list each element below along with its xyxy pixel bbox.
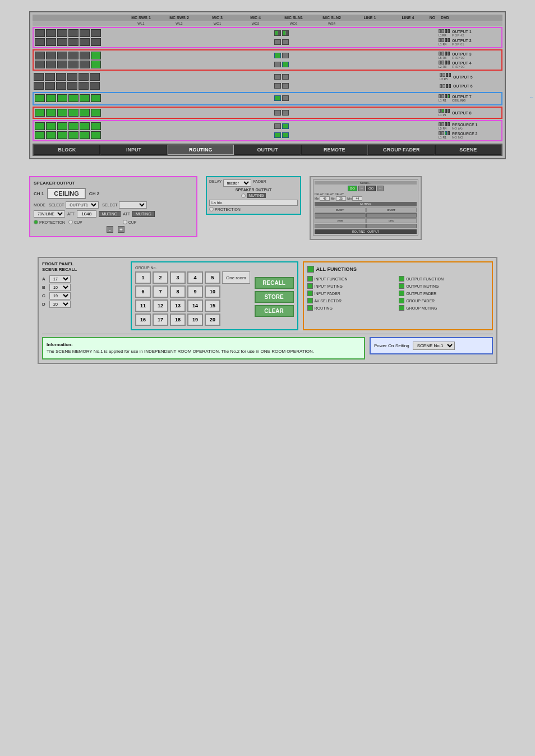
matrix-cell[interactable] [91,52,101,59]
matrix-cell[interactable] [90,82,100,90]
nav-output[interactable]: OUTPUT [234,145,301,155]
matrix-cell[interactable] [35,61,45,68]
matrix-cell[interactable] [46,29,56,37]
scene-btn-11[interactable]: 11 [135,299,151,312]
matrix-cell[interactable] [68,29,79,37]
matrix-cell[interactable] [57,38,67,46]
scene-btn-9[interactable]: 9 [187,285,203,298]
matrix-cell[interactable] [35,94,45,102]
matrix-cell[interactable] [45,73,55,81]
group-c-select[interactable]: 19 [49,292,71,299]
matrix-cell[interactable] [46,131,56,139]
matrix-cell[interactable] [46,122,56,130]
setup-ctrl-btn[interactable]: -- [358,186,365,191]
output-select[interactable]: OUTPUT1 [66,201,99,209]
voltage-select[interactable]: 70V/LINE [34,210,65,218]
matrix-cell[interactable] [67,82,77,90]
fn-checkbox-6[interactable] [399,291,404,296]
muting-btn-2[interactable]: MUTING [132,211,155,217]
clear-btn[interactable]: CLEAR [255,305,294,317]
scene-btn-13[interactable]: 13 [170,299,186,312]
scene-btn-12[interactable]: 12 [153,299,168,312]
fn-checkbox-9[interactable] [307,305,313,311]
matrix-cell[interactable] [35,38,45,46]
nav-input[interactable]: INPUT [100,145,167,155]
matrix-cell[interactable] [46,38,56,46]
group-a-select[interactable]: 17 [49,275,71,283]
matrix-cell[interactable] [91,94,101,102]
nav-routing[interactable]: ROUTING [168,145,234,155]
nav-scene[interactable]: SCENE [435,145,501,155]
scene-btn-5[interactable]: 5 [205,271,220,284]
matrix-cell[interactable] [80,29,90,37]
scene-btn-7[interactable]: 7 [153,285,168,298]
matrix-cell[interactable] [80,109,90,117]
minus-btn[interactable]: - [107,226,113,233]
plus-btn[interactable]: + [118,226,124,233]
matrix-cell[interactable] [91,29,101,37]
matrix-cell[interactable] [68,94,79,102]
matrix-cell[interactable] [34,73,44,81]
matrix-cell[interactable] [35,52,45,59]
fn-checkbox-2[interactable] [399,276,404,282]
scene-btn-10[interactable]: 10 [205,285,220,298]
scene-btn-19[interactable]: 19 [187,314,203,326]
matrix-cell[interactable] [91,61,101,68]
group-b-select[interactable]: 10 [49,284,71,291]
fn-checkbox-7[interactable] [307,298,313,303]
power-on-select[interactable]: SCENE No.1 [413,342,455,350]
matrix-cell[interactable] [56,73,66,81]
matrix-cell[interactable] [91,38,101,46]
matrix-cell[interactable] [35,29,45,37]
fader-type-select[interactable]: master [223,179,251,187]
scene-btn-20[interactable]: 20 [205,314,220,326]
matrix-cell[interactable] [91,122,101,130]
matrix-cell[interactable] [46,61,56,68]
matrix-cell[interactable] [80,61,90,68]
matrix-cell[interactable] [45,82,55,90]
go-btn-2[interactable]: GO [366,186,376,191]
matrix-cell[interactable] [57,131,67,139]
matrix-cell[interactable] [68,122,79,130]
recall-btn[interactable]: RECALL [255,277,294,289]
matrix-cell[interactable] [80,131,90,139]
matrix-cell[interactable] [68,131,79,139]
matrix-cell[interactable] [46,109,56,117]
fn-checkbox-1[interactable] [307,276,313,282]
go-btn[interactable]: GO [348,186,357,191]
matrix-cell[interactable] [57,122,67,130]
scene-btn-2[interactable]: 2 [153,271,168,284]
matrix-cell[interactable] [68,109,79,117]
scene-btn-6[interactable]: 6 [135,285,151,298]
matrix-cell[interactable] [68,52,79,59]
matrix-cell[interactable] [91,109,101,117]
matrix-cell[interactable] [80,38,90,46]
matrix-cell[interactable] [35,109,45,117]
matrix-cell[interactable] [79,82,89,90]
setup-ctrl-btn-2[interactable]: -- [377,186,384,191]
matrix-cell[interactable] [56,82,66,90]
matrix-cell[interactable] [35,122,45,130]
matrix-cell[interactable] [57,29,67,37]
matrix-cell[interactable] [57,94,67,102]
fn-checkbox-8[interactable] [399,298,404,303]
scene-btn-3[interactable]: 3 [170,271,186,284]
muting-btn[interactable]: MUTING [99,211,121,217]
fn-checkbox-10[interactable] [399,305,404,311]
matrix-cell[interactable] [90,73,100,81]
scene-btn-18[interactable]: 18 [170,314,186,326]
scene-btn-17[interactable]: 17 [153,314,168,326]
group-d-select[interactable]: 20 [49,301,71,308]
scene-btn-1[interactable]: 1 [135,271,151,284]
nav-block[interactable]: BLOCK [34,145,100,155]
scene-btn-15[interactable]: 15 [205,299,220,312]
store-btn[interactable]: STORE [255,291,294,303]
matrix-cell[interactable] [67,73,77,81]
matrix-cell[interactable] [68,38,79,46]
matrix-cell[interactable] [57,61,67,68]
matrix-cell[interactable] [68,61,79,68]
scene-btn-14[interactable]: 14 [187,299,203,312]
nav-remote[interactable]: REMOTE [301,145,367,155]
matrix-cell[interactable] [57,109,67,117]
matrix-cell[interactable] [35,131,45,139]
